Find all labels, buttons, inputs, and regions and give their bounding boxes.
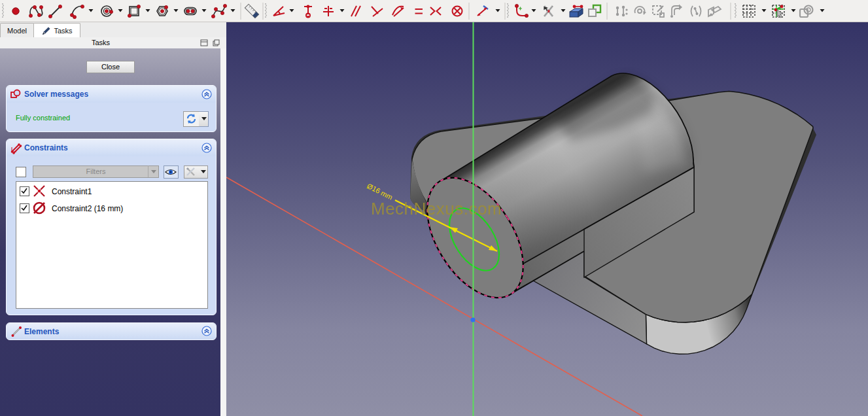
- svg-text:MechNexus.com: MechNexus.com: [371, 199, 502, 218]
